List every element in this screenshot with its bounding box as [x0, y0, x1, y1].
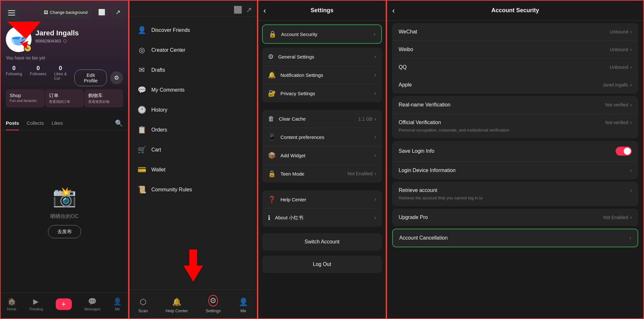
weibo-item[interactable]: Weibo Unbound › — [392, 41, 638, 59]
nav-messages[interactable]: 💬 Messages — [84, 297, 100, 311]
publish-button[interactable]: 去发布 — [48, 225, 81, 238]
scan-button[interactable]: ⬜ — [95, 6, 108, 19]
switch-account-section: Switch Account — [262, 233, 382, 251]
settings-clear-cache[interactable]: 🗑 Clear Cache 1.1 GB › — [262, 110, 382, 128]
nav-home[interactable]: 🏠 Home — [7, 297, 16, 311]
menu-creator-center[interactable]: ◎ Creator Center — [129, 40, 257, 60]
settings-teen-mode[interactable]: 🔒 Teen Mode Not Enabled › — [262, 165, 382, 183]
change-background-button[interactable]: 🖼 Change background — [39, 6, 92, 19]
nav-add[interactable]: + — [56, 298, 72, 310]
nav-trending[interactable]: ▶ Trending — [29, 297, 43, 311]
chevron-icon: › — [630, 64, 632, 70]
settings-notifications[interactable]: 🔔 Notification Settings › — [262, 66, 382, 84]
privacy-icon: 🔐 — [268, 89, 276, 97]
logout-button[interactable]: Log Out — [262, 256, 382, 273]
menu-history[interactable]: 🕐 History — [129, 100, 257, 120]
official-verification-item[interactable]: Official Verification Not verified › Per… — [392, 114, 638, 138]
settings-content-prefs[interactable]: 📱 Content preferences › — [262, 128, 382, 146]
account-security-icon: 🔒 — [269, 30, 277, 38]
trending-icon: ▶ — [33, 297, 39, 306]
chevron-icon: › — [630, 82, 632, 88]
menu-orders[interactable]: 📋 Orders — [129, 120, 257, 140]
qq-item[interactable]: QQ Unbound › — [392, 59, 638, 76]
tab-collects[interactable]: Collects — [27, 116, 44, 130]
menu-bottom-settings[interactable]: ⚙ Settings — [206, 295, 221, 313]
menu-my-comments[interactable]: 💬 My Comments — [129, 80, 257, 100]
followers-stat[interactable]: 0 Followers — [30, 65, 46, 86]
settings-privacy[interactable]: 🔐 Privacy Settings › — [262, 84, 382, 102]
login-device-info-item[interactable]: Login Device Information › — [392, 162, 638, 179]
retrieve-account-item[interactable]: Retrieve account › Retrieve the account … — [392, 182, 638, 206]
menu-discover-friends[interactable]: 👤 Discover Friends — [129, 20, 257, 40]
settings-about[interactable]: ℹ About 小红书 › — [262, 209, 382, 227]
menu-wallet[interactable]: 💳 Wallet — [129, 160, 257, 180]
apple-item[interactable]: Apple Jared Ingalls › — [392, 76, 638, 94]
cart-title: 购物车 — [88, 93, 119, 99]
settings-general[interactable]: ⚙ General Settings › — [262, 48, 382, 66]
hamburger-button[interactable] — [5, 6, 19, 20]
settings-account-security[interactable]: 🔒 Account Security › — [263, 25, 381, 43]
menu-scan-top[interactable]: ⬜ — [233, 6, 242, 14]
switch-account-button[interactable]: Switch Account — [262, 233, 382, 251]
save-login-toggle[interactable] — [616, 147, 632, 156]
cart-card[interactable]: 购物车 查看推荐好物 — [84, 89, 123, 107]
edit-profile-button[interactable]: Edit Profile — [74, 69, 107, 86]
account-cancellation-item[interactable]: Account Cancellation › — [393, 229, 638, 247]
notification-icon: 🔔 — [268, 71, 276, 79]
image-icon: 🖼 — [44, 10, 48, 15]
panel-side-menu: ⬜ ↗ 👤 Discover Friends ◎ Creator Center … — [129, 0, 258, 319]
history-icon: 🕐 — [137, 106, 146, 114]
save-login-info-item[interactable]: Save Login Info — [392, 141, 638, 162]
shop-card[interactable]: Shop Fun and fantastic — [6, 89, 44, 107]
likes-stat[interactable]: 0 Likes & Col — [54, 65, 67, 86]
chevron-icon: › — [374, 72, 376, 78]
chevron-icon: › — [630, 102, 632, 108]
avatar-add-button[interactable]: + — [24, 44, 32, 52]
menu-list: 👤 Discover Friends ◎ Creator Center ✉ Dr… — [129, 17, 257, 289]
following-stat[interactable]: 0 Following — [6, 65, 22, 86]
wechat-item[interactable]: WeChat Unbound › — [392, 23, 638, 41]
tab-likes[interactable]: Likes — [52, 116, 63, 130]
chevron-icon: › — [630, 29, 632, 35]
teen-mode-icon: 🔒 — [268, 170, 276, 178]
settings-help-center[interactable]: ❓ Help Center › — [262, 190, 382, 209]
menu-bottom-help[interactable]: 🔔 Help Center — [166, 297, 188, 313]
profile-header: 🖼 Change background ⬜ ↗ 🥣 + Jared Ingall… — [1, 1, 128, 116]
scan-bottom-icon: ⬡ — [140, 297, 147, 306]
orders-card[interactable]: 订单 查看我的订单 — [45, 89, 84, 107]
menu-drafts[interactable]: ✉ Drafts — [129, 60, 257, 80]
nav-me[interactable]: 👤 Me — [113, 297, 122, 311]
linked-accounts-group: WeChat Unbound › Weibo Unbound › QQ Unbo… — [392, 23, 638, 94]
panel-settings: ‹ Settings 🔒 Account Security › ⚙ Genera… — [258, 0, 386, 319]
settings-header: ‹ Settings — [258, 1, 386, 21]
settings-add-widget[interactable]: 📦 Add Widget › — [262, 146, 382, 165]
cart-subtitle: 查看推荐好物 — [88, 99, 119, 104]
tab-search-button[interactable]: 🔍 — [115, 119, 123, 127]
community-rules-icon: 📜 — [137, 186, 146, 194]
profile-settings-button[interactable]: ⚙ — [110, 71, 123, 84]
login-info-group: Save Login Info Login Device Information… — [392, 141, 638, 179]
tab-posts[interactable]: Posts — [6, 116, 19, 130]
account-security-back-button[interactable]: ‹ — [392, 6, 395, 15]
settings-group-1: ⚙ General Settings › 🔔 Notification Sett… — [262, 48, 382, 102]
menu-cart[interactable]: 🛒 Cart — [129, 140, 257, 160]
comments-icon: 💬 — [137, 86, 146, 94]
share-button[interactable]: ↗ — [111, 6, 124, 19]
menu-community-rules[interactable]: 📜 Community Rules — [129, 180, 257, 200]
menu-bottom-me[interactable]: 👤 Me — [239, 297, 248, 313]
menu-bottom-scan[interactable]: ⬡ Scan — [138, 297, 148, 313]
settings-back-button[interactable]: ‹ — [263, 6, 266, 15]
retrieve-account-group: Retrieve account › Retrieve the account … — [392, 182, 638, 206]
real-name-verification-item[interactable]: Real-name Verification Not verified › — [392, 96, 638, 114]
chevron-icon: › — [630, 120, 632, 125]
shop-title: Shop — [10, 93, 41, 98]
chevron-icon: › — [374, 215, 376, 221]
creator-center-icon: ◎ — [137, 46, 146, 54]
chevron-icon: › — [374, 196, 376, 202]
chevron-icon: › — [374, 116, 376, 122]
upgrade-pro-item[interactable]: Upgrade Pro Not Enabled › — [392, 209, 638, 226]
menu-share-top[interactable]: ↗ — [246, 6, 252, 14]
empty-icon: 📸 — [52, 185, 77, 208]
clear-cache-icon: 🗑 — [268, 115, 274, 123]
about-icon: ℹ — [268, 214, 270, 222]
